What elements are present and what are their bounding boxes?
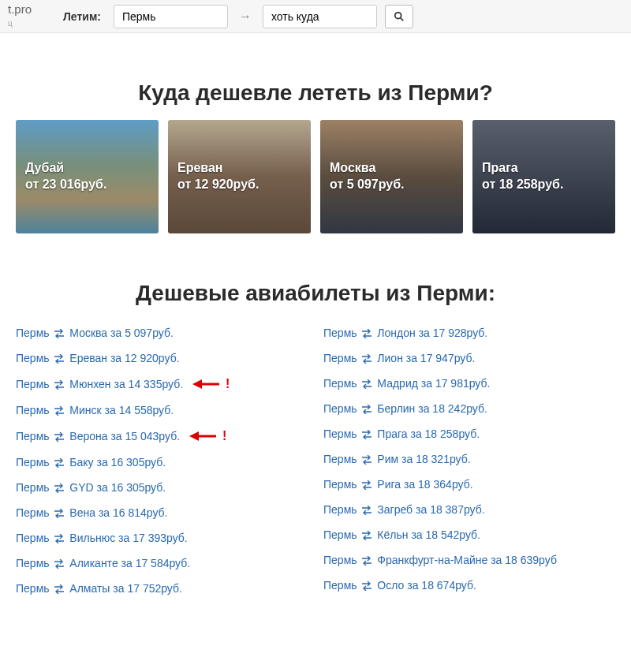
arrow-icon: → [239,9,252,24]
route-to: Вильнюс [69,532,115,544]
destination-card[interactable]: Дубай от 23 016руб. [16,120,159,233]
to-input[interactable] [263,5,377,28]
route-link[interactable]: Пермь Москва за 5 097руб. [16,327,174,339]
route-to: GYD [69,481,93,494]
route-price: за 17 584руб. [121,557,191,569]
route-link[interactable]: Пермь Мюнхен за 14 335руб. [16,378,183,390]
route-from: Пермь [323,377,357,390]
route-item: Пермь Ереван за 12 920руб. [16,345,308,371]
route-item: Пермь Вена за 16 814руб. [16,500,308,525]
route-item: Пермь Мадрид за 17 981руб. [323,371,615,396]
route-from: Пермь [16,481,50,494]
route-price: за 18 387руб. [416,503,485,516]
route-price: за 18 321руб. [401,453,471,465]
card-city: Ереван [177,160,301,177]
route-item: Пермь Рим за 18 321руб. [323,446,615,472]
svg-point-0 [395,12,401,18]
routes-left-col: Пермь Москва за 5 097руб.Пермь Ереван за… [16,320,308,601]
destination-card[interactable]: Москва от 5 097руб. [320,120,463,233]
route-to: Берлин [377,402,415,415]
route-from: Пермь [16,352,50,364]
destination-cards: Дубай от 23 016руб. Ереван от 12 920руб.… [0,120,631,233]
roundtrip-icon [361,506,372,515]
section-title-destinations: Куда дешевле лететь из Перми? [0,80,631,106]
route-item: Пермь Баку за 16 305руб. [16,450,308,475]
route-to: Минск [69,404,101,416]
route-to: Рига [377,478,401,491]
svg-line-1 [401,17,404,21]
route-link[interactable]: Пермь Лондон за 17 928руб. [323,327,487,339]
roundtrip-icon [361,531,372,540]
route-link[interactable]: Пермь Кёльн за 18 542руб. [323,528,480,541]
route-price: за 14 558руб. [105,404,174,416]
roundtrip-icon [54,458,65,468]
from-input[interactable] [114,5,228,28]
route-link[interactable]: Пермь Берлин за 18 242руб. [323,402,487,415]
route-item: Пермь Осло за 18 674руб. [323,573,615,598]
route-link[interactable]: Пермь Вена за 16 814руб. [16,506,168,519]
card-city: Дубай [25,160,149,177]
routes-columns: Пермь Москва за 5 097руб.Пермь Ереван за… [0,320,631,601]
route-from: Пермь [16,532,50,544]
route-link[interactable]: Пермь Вильнюс за 17 393руб. [16,532,188,544]
card-city: Москва [330,160,454,177]
route-to: Мадрид [377,377,418,390]
roundtrip-icon [54,534,65,543]
route-link[interactable]: Пермь Рига за 18 364руб. [323,478,473,491]
card-city: Прага [482,160,606,177]
svg-marker-5 [189,431,199,441]
route-to: Ереван [69,352,107,364]
roundtrip-icon [361,405,372,414]
route-item: Пермь Верона за 15 043руб.! [16,423,308,450]
route-item: Пермь Прага за 18 258руб. [323,421,615,446]
route-price: за 17 928руб. [419,327,488,339]
route-link[interactable]: Пермь Аликанте за 17 584руб. [16,557,190,569]
search-button[interactable] [385,5,413,28]
destination-card[interactable]: Ереван от 12 920руб. [168,120,311,233]
route-item: Пермь GYD за 16 305руб. [16,475,308,500]
card-price: от 23 016руб. [25,177,149,193]
route-link[interactable]: Пермь Минск за 14 558руб. [16,404,174,416]
route-to: Франкфурт-на-Майне [377,554,487,566]
route-from: Пермь [16,557,50,569]
destination-card[interactable]: Прага от 18 258руб. [472,120,615,233]
route-link[interactable]: Пермь Верона за 15 043руб. [16,430,180,442]
section-title-routes: Дешевые авиабилеты из Перми: [0,281,631,306]
roundtrip-icon [361,430,372,439]
route-price: за 18 674руб. [407,579,476,592]
route-link[interactable]: Пермь Баку за 16 305руб. [16,456,166,469]
card-price: от 12 920руб. [177,177,301,193]
route-from: Пермь [323,402,357,415]
route-price: за 15 043руб. [110,430,180,442]
roundtrip-icon [54,483,65,493]
route-from: Пермь [323,327,357,339]
route-link[interactable]: Пермь Лион за 17 947руб. [323,352,475,364]
route-item: Пермь Мюнхен за 14 335руб.! [16,371,308,398]
route-link[interactable]: Пермь Осло за 18 674руб. [323,579,476,592]
route-link[interactable]: Пермь Франкфурт-на-Майне за 18 639руб [323,554,557,566]
roundtrip-icon [54,354,65,364]
route-link[interactable]: Пермь Мадрид за 17 981руб. [323,377,490,390]
route-price: за 17 752руб. [113,582,182,595]
exclaim-icon: ! [226,377,230,391]
route-to: Кёльн [377,528,408,541]
route-link[interactable]: Пермь GYD за 16 305руб. [16,481,166,494]
route-link[interactable]: Пермь Загреб за 18 387руб. [323,503,485,516]
route-from: Пермь [323,453,357,465]
route-from: Пермь [323,554,357,566]
route-link[interactable]: Пермь Алматы за 17 752руб. [16,582,182,595]
highlight-arrow-icon [189,431,216,442]
roundtrip-icon [54,406,65,416]
route-from: Пермь [323,579,357,592]
roundtrip-icon [54,559,65,569]
route-price: за 17 947руб. [406,352,476,364]
route-link[interactable]: Пермь Рим за 18 321руб. [323,453,471,465]
route-link[interactable]: Пермь Ереван за 12 920руб. [16,352,180,364]
route-to: Мюнхен [69,378,110,390]
route-from: Пермь [16,430,50,442]
route-link[interactable]: Пермь Прага за 18 258руб. [323,427,480,440]
route-price: за 18 364руб. [404,478,473,491]
route-price: за 16 814руб. [99,506,168,519]
route-from: Пермь [16,327,50,339]
route-item: Пермь Загреб за 18 387руб. [323,497,615,522]
